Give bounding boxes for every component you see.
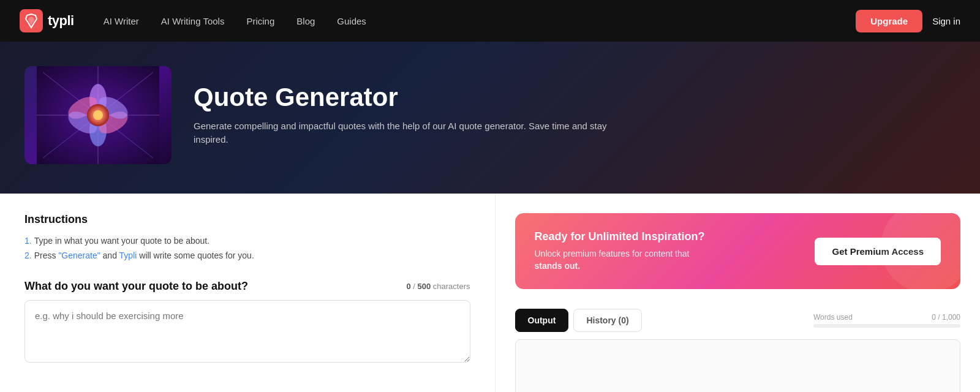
premium-banner: Ready for Unlimited Inspiration? Unlock … — [515, 213, 961, 289]
instructions-title: Instructions — [24, 213, 470, 226]
char-max: 500 — [417, 282, 431, 291]
left-panel: Instructions 1. Type in what you want yo… — [0, 194, 496, 392]
instructions-list: 1. Type in what you want your quote to b… — [24, 236, 470, 260]
hero-image — [24, 66, 172, 164]
right-panel: Ready for Unlimited Inspiration? Unlock … — [496, 194, 981, 392]
tab-output[interactable]: Output — [515, 309, 569, 332]
instruction-step-2: 2. Press "Generate" and Typli will write… — [24, 251, 470, 260]
hero-text: Quote Generator Generate compelling and … — [194, 83, 610, 146]
hero-subtitle: Generate compelling and impactful quotes… — [194, 119, 610, 147]
quote-topic-input[interactable] — [24, 300, 470, 363]
navbar: typli AI Writer AI Writing Tools Pricing… — [0, 0, 980, 42]
step2-link1: "Generate" — [58, 251, 100, 260]
get-premium-button[interactable]: Get Premium Access — [815, 238, 941, 265]
output-header: Output History (0) Words used 0 / 1,000 — [515, 309, 961, 332]
tab-history[interactable]: History (0) — [573, 309, 641, 332]
svg-point-17 — [93, 110, 103, 120]
hero-title: Quote Generator — [194, 83, 610, 111]
input-label-row: What do you want your quote to be about?… — [24, 280, 470, 293]
nav-ai-writer[interactable]: AI Writer — [94, 11, 149, 31]
nav-pricing[interactable]: Pricing — [236, 11, 284, 31]
main-content: Instructions 1. Type in what you want yo… — [0, 194, 980, 392]
char-count: 0 / 500 characters — [406, 282, 470, 291]
nav-guides[interactable]: Guides — [327, 11, 376, 31]
words-label-row: Words used 0 / 1,000 — [813, 313, 960, 322]
premium-desc-bold: stands out. — [535, 260, 705, 273]
instruction-step-1: 1. Type in what you want your quote to b… — [24, 236, 470, 246]
upgrade-button[interactable]: Upgrade — [856, 10, 922, 32]
words-progress-bar — [813, 324, 960, 328]
input-section: What do you want your quote to be about?… — [24, 280, 470, 365]
logo-icon — [20, 9, 43, 32]
input-label: What do you want your quote to be about? — [24, 280, 248, 293]
words-used: Words used 0 / 1,000 — [813, 313, 960, 328]
hero-section: Quote Generator Generate compelling and … — [0, 42, 980, 194]
step1-num: 1. — [24, 236, 32, 246]
words-label-text: Words used — [813, 313, 853, 322]
nav-links: AI Writer AI Writing Tools Pricing Blog … — [94, 11, 851, 31]
premium-banner-title: Ready for Unlimited Inspiration? — [535, 230, 705, 243]
nav-ai-writing-tools[interactable]: AI Writing Tools — [151, 11, 235, 31]
words-display: 0 / 1,000 — [932, 313, 960, 322]
char-current: 0 — [406, 282, 410, 291]
nav-right: Upgrade Sign in — [856, 10, 960, 32]
step1-text: Type in what you want your quote to be a… — [34, 236, 209, 246]
premium-desc-line1: Unlock premium features for content that — [535, 249, 690, 258]
premium-banner-desc: Unlock premium features for content that… — [535, 248, 705, 272]
logo[interactable]: typli — [20, 9, 74, 32]
premium-banner-text: Ready for Unlimited Inspiration? Unlock … — [535, 230, 705, 272]
logo-text: typli — [48, 13, 74, 29]
step2-text: Press "Generate" and Typli will write so… — [34, 251, 254, 260]
step2-num: 2. — [24, 251, 32, 260]
output-area — [515, 339, 961, 392]
signin-button[interactable]: Sign in — [932, 16, 960, 26]
step2-link2: Typli — [119, 251, 137, 260]
hero-decorative-image — [37, 66, 159, 164]
output-tabs: Output History (0) — [515, 309, 642, 332]
nav-blog[interactable]: Blog — [287, 11, 325, 31]
